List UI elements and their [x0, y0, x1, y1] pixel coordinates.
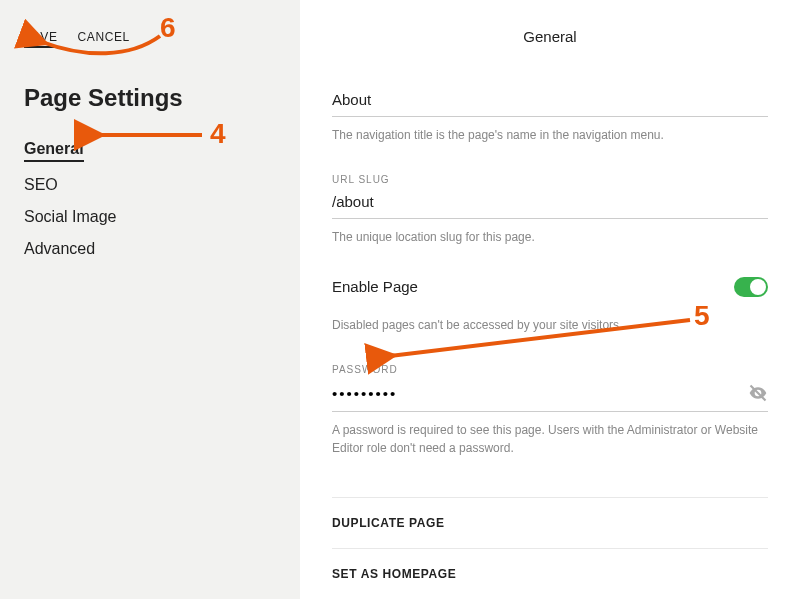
settings-tabs: General SEO Social Image Advanced — [24, 140, 276, 258]
slug-input[interactable] — [332, 193, 768, 210]
enable-page-label: Enable Page — [332, 278, 418, 295]
slug-block: URL SLUG The unique location slug for th… — [332, 174, 768, 246]
nav-title-line — [332, 85, 768, 117]
tab-seo[interactable]: SEO — [24, 176, 276, 194]
password-label: PASSWORD — [332, 364, 768, 375]
nav-title-block: The navigation title is the page's name … — [332, 85, 768, 144]
sidebar: SAVE CANCEL Page Settings General SEO So… — [0, 0, 300, 599]
save-button[interactable]: SAVE — [24, 30, 58, 48]
main-panel: General The navigation title is the page… — [300, 0, 800, 599]
tab-social-image[interactable]: Social Image — [24, 208, 276, 226]
tab-general[interactable]: General — [24, 140, 84, 162]
enable-page-toggle[interactable] — [734, 277, 768, 297]
page-actions: DUPLICATE PAGE SET AS HOMEPAGE DELETE PA… — [332, 497, 768, 599]
duplicate-page-button[interactable]: DUPLICATE PAGE — [332, 497, 768, 548]
top-actions: SAVE CANCEL — [24, 30, 276, 48]
slug-helper: The unique location slug for this page. — [332, 229, 768, 246]
enable-block: Enable Page Disabled pages can't be acce… — [332, 277, 768, 334]
set-homepage-button[interactable]: SET AS HOMEPAGE — [332, 548, 768, 599]
enable-helper: Disabled pages can't be accessed by your… — [332, 317, 768, 334]
nav-title-input[interactable] — [332, 91, 768, 108]
eye-off-icon[interactable] — [748, 383, 768, 403]
panel-heading: General — [332, 28, 768, 45]
cancel-button[interactable]: CANCEL — [78, 30, 130, 48]
page-title: Page Settings — [24, 84, 276, 112]
slug-line — [332, 187, 768, 219]
nav-title-helper: The navigation title is the page's name … — [332, 127, 768, 144]
slug-label: URL SLUG — [332, 174, 768, 185]
tab-advanced[interactable]: Advanced — [24, 240, 276, 258]
password-block: PASSWORD A password is required to see t… — [332, 364, 768, 457]
password-input[interactable] — [332, 385, 748, 402]
password-helper: A password is required to see this page.… — [332, 422, 768, 457]
